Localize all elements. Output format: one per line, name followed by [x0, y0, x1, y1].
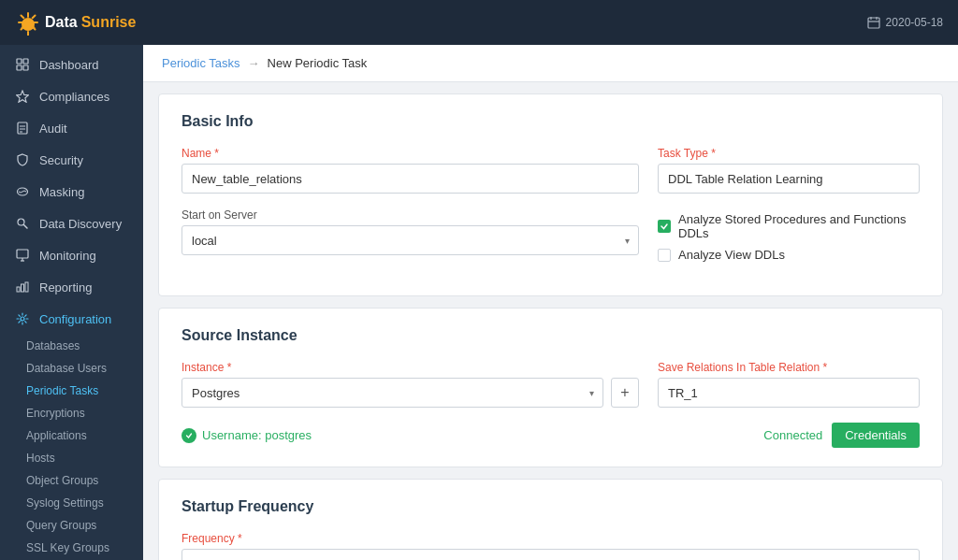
frequency-label: Frequency * [181, 532, 920, 545]
checkmark-icon [660, 222, 669, 231]
status-dot-icon [181, 428, 196, 443]
sidebar-sub-databases[interactable]: Databases [15, 335, 143, 357]
sidebar-sub-applications[interactable]: Applications [15, 424, 143, 447]
sidebar-item-compliances[interactable]: Compliances [0, 80, 143, 112]
svg-rect-1 [868, 18, 879, 28]
sidebar-sub-periodic-tasks[interactable]: Periodic Tasks [15, 380, 143, 402]
save-relations-group: Save Relations In Table Relation * [658, 361, 920, 408]
frequency-row: Frequency * Manual Scheduled ▾ [181, 532, 920, 560]
sidebar-sub-query-groups[interactable]: Query Groups [15, 514, 143, 537]
svg-rect-22 [25, 282, 28, 292]
sidebar-sub-ssl-key-groups[interactable]: SSL Key Groups [15, 537, 143, 559]
sidebar-label-dashboard: Dashboard [39, 58, 99, 72]
sidebar-item-security[interactable]: Security [0, 144, 143, 176]
instance-row: Postgres ▾ + [181, 378, 639, 408]
source-instance-title: Source Instance [181, 327, 920, 344]
checkbox-2-label: Analyze View DDLs [678, 248, 785, 262]
svg-rect-20 [17, 287, 20, 292]
checkbox-group: Analyze Stored Procedures and Functions … [658, 208, 920, 262]
sidebar-label-compliances: Compliances [39, 90, 109, 104]
layout: Dashboard Compliances Audit Security Mas… [0, 45, 958, 560]
svg-marker-9 [17, 91, 29, 102]
svg-rect-6 [23, 59, 28, 64]
add-instance-button[interactable]: + [611, 378, 639, 408]
breadcrumb-current: New Periodic Task [268, 56, 368, 70]
sidebar-label-reporting: Reporting [39, 280, 92, 294]
sidebar-item-dashboard[interactable]: Dashboard [0, 49, 143, 80]
sidebar-sub-syslog-settings[interactable]: Syslog Settings [15, 492, 143, 514]
sidebar-sub-encryptions[interactable]: Encryptions [15, 402, 143, 424]
svg-rect-7 [17, 65, 22, 70]
logo-data-text: Data [45, 14, 78, 31]
save-relations-input[interactable] [658, 378, 920, 408]
username-text: Username: postgres [202, 428, 312, 442]
name-label: Name * [181, 147, 639, 160]
sidebar-sub-database-users[interactable]: Database Users [15, 357, 143, 380]
checkboxes-group: Analyze Stored Procedures and Functions … [658, 208, 920, 262]
instance-select-wrapper: Postgres ▾ [181, 378, 603, 408]
connected-text: Connected [763, 428, 822, 442]
source-instance-row1: Instance * Postgres ▾ + [181, 361, 920, 408]
config-icon [15, 311, 30, 326]
checkmark-small-icon [185, 432, 193, 439]
task-type-required: * [711, 147, 716, 160]
instance-label: Instance * [181, 361, 639, 374]
credentials-button[interactable]: Credentials [832, 423, 920, 448]
checkbox-1[interactable] [658, 220, 671, 233]
svg-rect-21 [22, 284, 24, 292]
checkbox-item-2: Analyze View DDLs [658, 248, 920, 262]
name-group: Name * [181, 147, 639, 194]
instance-select[interactable]: Postgres [181, 378, 603, 408]
sidebar-item-reporting[interactable]: Reporting [0, 271, 143, 303]
checkbox-item-1: Analyze Stored Procedures and Functions … [658, 212, 920, 240]
task-type-group: Task Type * [658, 147, 920, 194]
start-server-label: Start on Server [181, 208, 639, 222]
frequency-group: Frequency * Manual Scheduled ▾ [181, 532, 920, 560]
frequency-select[interactable]: Manual Scheduled [181, 549, 920, 560]
sidebar-label-security: Security [39, 153, 83, 167]
checkbox-2[interactable] [658, 249, 671, 262]
instance-required: * [227, 361, 232, 374]
main-content: Periodic Tasks → New Periodic Task Basic… [143, 45, 958, 560]
basic-info-row2: Start on Server local remote ▾ [181, 208, 920, 262]
basic-info-title: Basic Info [181, 113, 920, 130]
task-type-input[interactable] [658, 164, 920, 194]
file-icon [15, 121, 30, 136]
shield-icon [15, 152, 30, 167]
monitor-icon [15, 248, 30, 263]
logo-sun-icon [15, 9, 41, 36]
start-server-group: Start on Server local remote ▾ [181, 208, 639, 255]
svg-point-23 [21, 317, 24, 321]
name-input[interactable] [181, 164, 639, 194]
sidebar-item-audit[interactable]: Audit [0, 112, 143, 144]
sidebar-item-configuration[interactable]: Configuration [0, 303, 143, 335]
svg-point-15 [18, 219, 24, 225]
status-actions: Connected Credentials [763, 423, 920, 448]
frequency-required: * [238, 532, 242, 545]
sidebar: Dashboard Compliances Audit Security Mas… [0, 45, 143, 560]
svg-rect-17 [17, 250, 28, 258]
checkbox-1-label: Analyze Stored Procedures and Functions … [678, 212, 920, 240]
instance-group: Instance * Postgres ▾ + [181, 361, 639, 408]
status-row: Username: postgres Connected Credentials [181, 423, 920, 448]
star-icon [15, 89, 30, 104]
sidebar-item-data-discovery[interactable]: Data Discovery [0, 208, 143, 239]
sidebar-sub-hosts[interactable]: Hosts [15, 447, 143, 469]
sidebar-label-data-discovery: Data Discovery [39, 217, 122, 231]
topbar-date: 2020-05-18 [867, 16, 943, 29]
svg-rect-5 [17, 59, 22, 64]
start-server-select[interactable]: local remote [181, 225, 639, 255]
basic-info-section: Basic Info Name * Task Type * [158, 93, 943, 296]
calendar-icon [867, 16, 880, 29]
start-server-select-wrapper: local remote ▾ [181, 225, 639, 255]
sidebar-sub-object-groups[interactable]: Object Groups [15, 469, 143, 492]
sidebar-item-monitoring[interactable]: Monitoring [0, 239, 143, 271]
startup-frequency-title: Startup Frequency [181, 498, 920, 515]
sidebar-item-masking[interactable]: Masking [0, 176, 143, 208]
logo: DataSunrise [15, 9, 136, 36]
sidebar-label-monitoring: Monitoring [39, 249, 96, 263]
sidebar-label-configuration: Configuration [39, 312, 111, 326]
grid-icon [15, 57, 30, 72]
date-text: 2020-05-18 [886, 16, 943, 29]
breadcrumb-parent[interactable]: Periodic Tasks [162, 56, 240, 70]
